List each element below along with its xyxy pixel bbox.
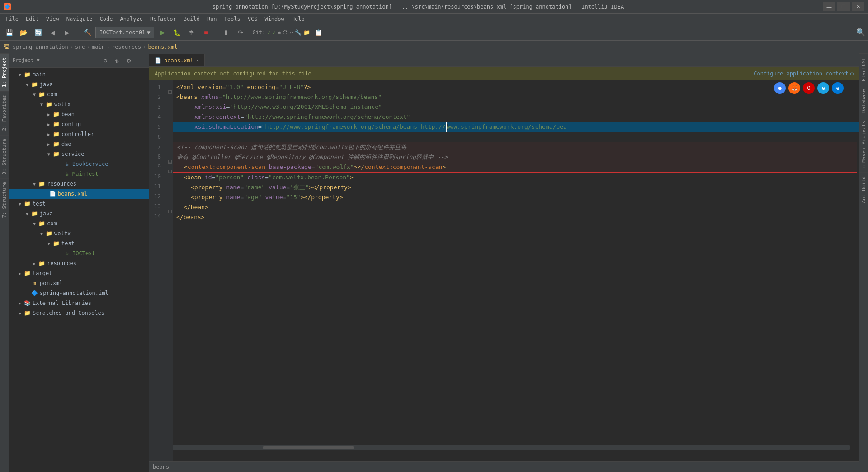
git-undo[interactable]: ↩: [290, 29, 293, 36]
fold-marker-2[interactable]: -: [168, 90, 172, 94]
edge-icon[interactable]: e: [832, 82, 844, 94]
menu-edit[interactable]: Edit: [22, 14, 42, 24]
menu-window[interactable]: Window: [261, 14, 288, 24]
menu-analyze[interactable]: Analyze: [116, 14, 146, 24]
vtab-structure-7[interactable]: 7: Structure: [0, 178, 9, 221]
tree-item-pomxml[interactable]: m pom.xml: [9, 278, 149, 288]
code-line-1[interactable]: <?xml version="1.0" encoding="UTF-8"?>: [173, 82, 859, 92]
vtab-favorites[interactable]: 2: Favorites: [0, 91, 9, 134]
back-button[interactable]: ◀: [46, 26, 59, 39]
menu-run[interactable]: Run: [203, 14, 221, 24]
menu-refactor[interactable]: Refactor: [146, 14, 180, 24]
menu-code[interactable]: Code: [96, 14, 117, 24]
search-icon[interactable]: 🔍: [856, 28, 865, 37]
menu-navigate[interactable]: Navigate: [63, 14, 96, 24]
tree-item-service[interactable]: ▼ 📁 service: [9, 149, 149, 159]
git-settings[interactable]: 🔧: [295, 29, 302, 36]
project-tree[interactable]: ▼ 📁 main ▼ 📁 java ▼ 📁 com ▼: [9, 68, 149, 472]
tree-item-wolfx[interactable]: ▼ 📁 wolfx: [9, 99, 149, 109]
git-clock[interactable]: ⏱: [283, 29, 288, 36]
code-line-12[interactable]: <property name="age" value="15"></proper…: [173, 192, 859, 202]
tree-item-iml[interactable]: 🔷 spring-annotation.iml: [9, 288, 149, 298]
code-line-10[interactable]: <bean id="person" class="com.wolfx.bean.…: [173, 173, 859, 182]
forward-button[interactable]: ▶: [61, 26, 73, 39]
right-panel-maven[interactable]: m Maven Projects: [859, 117, 868, 172]
sidebar-minimize-icon[interactable]: −: [136, 56, 145, 65]
menu-view[interactable]: View: [42, 14, 63, 24]
sidebar-sort-icon[interactable]: ⇅: [113, 56, 122, 65]
configure-link[interactable]: Configure application context ⚙: [754, 70, 854, 77]
code-line-6[interactable]: [173, 132, 859, 142]
code-line-7[interactable]: <!-- component-scan: 这句话的意思是自动扫描com.wolf…: [173, 142, 857, 152]
code-line-8[interactable]: 带有 @Controller @Service @Repository @Com…: [173, 152, 857, 162]
run-config-selector[interactable]: IOCTest.test01 ▼: [95, 27, 154, 38]
tree-item-resources-main[interactable]: ▼ 📁 resources: [9, 179, 149, 189]
tree-item-test-test[interactable]: ▼ 📁 test: [9, 238, 149, 248]
vtab-project[interactable]: 1: Project: [0, 53, 9, 91]
sidebar-scope-icon[interactable]: ⊙: [101, 56, 110, 65]
right-panel-plantuml[interactable]: PlantUML: [859, 53, 868, 85]
tree-item-com[interactable]: ▼ 📁 com: [9, 89, 149, 99]
tree-item-config[interactable]: ▶ 📁 config: [9, 119, 149, 129]
tree-item-ext-libs[interactable]: ▶ 📚 External Libraries: [9, 298, 149, 308]
close-button[interactable]: ✕: [852, 2, 864, 11]
ie-icon[interactable]: e: [817, 82, 829, 94]
git-check-1[interactable]: ✓: [267, 29, 270, 36]
tree-item-target[interactable]: ▶ 📁 target: [9, 268, 149, 278]
coverage-button[interactable]: ☂: [185, 26, 198, 39]
code-line-11[interactable]: <property name="name" value="张三"></prope…: [173, 182, 859, 192]
tab-beansxml[interactable]: 📄 beans.xml ✕: [149, 54, 205, 66]
git-check-2[interactable]: ✓: [273, 29, 276, 36]
tree-item-test-java[interactable]: ▼ 📁 java: [9, 209, 149, 219]
git-folder[interactable]: 📁: [303, 29, 310, 36]
code-line-5[interactable]: xsi:schemaLocation="http://www.springfra…: [173, 122, 859, 132]
sidebar-settings-icon[interactable]: ⚙: [124, 56, 133, 65]
tree-item-java[interactable]: ▼ 📁 java: [9, 79, 149, 89]
tree-item-ioctest[interactable]: ☕ IOCTest: [9, 248, 149, 258]
run-button[interactable]: ▶: [156, 26, 169, 39]
code-line-2[interactable]: <beans xmlns="http://www.springframework…: [173, 92, 859, 102]
debug-button[interactable]: 🐛: [170, 26, 183, 39]
tree-item-controller[interactable]: ▶ 📁 controller: [9, 129, 149, 139]
tree-item-main[interactable]: ▼ 📁 main: [9, 70, 149, 79]
code-lines[interactable]: <?xml version="1.0" encoding="UTF-8"?> <…: [173, 80, 859, 461]
fold-marker-14[interactable]: -: [168, 210, 172, 213]
minimize-button[interactable]: —: [823, 2, 835, 11]
suspend-button[interactable]: ⏸: [220, 26, 232, 39]
hscroll-thumb[interactable]: [263, 446, 354, 449]
breadcrumb-resources[interactable]: resources: [112, 44, 141, 50]
build-button[interactable]: 🔨: [81, 26, 94, 39]
sync-button[interactable]: 🔄: [32, 26, 44, 39]
menu-help[interactable]: Help: [288, 14, 308, 24]
tree-item-test[interactable]: ▼ 📁 test: [9, 199, 149, 209]
tree-item-beansxml[interactable]: 📄 beans.xml: [9, 189, 149, 199]
menu-build[interactable]: Build: [180, 14, 203, 24]
stop-button[interactable]: ■: [199, 26, 212, 39]
menu-file[interactable]: File: [2, 14, 22, 24]
firefox-icon[interactable]: 🦊: [788, 82, 800, 94]
code-line-13[interactable]: </bean>: [173, 202, 859, 212]
menu-tools[interactable]: Tools: [221, 14, 244, 24]
breadcrumb-main[interactable]: main: [92, 44, 105, 50]
breadcrumb-project[interactable]: spring-annotation: [13, 44, 68, 50]
git-branch-icon[interactable]: ⇄: [278, 29, 281, 36]
chrome-icon[interactable]: ●: [774, 82, 786, 94]
code-line-14[interactable]: </beans>: [173, 212, 859, 222]
open-button[interactable]: 📂: [17, 26, 30, 39]
tree-item-bean[interactable]: ▶ 📁 bean: [9, 109, 149, 119]
tree-item-dao[interactable]: ▶ 📁 dao: [9, 139, 149, 149]
tree-item-test-wolfx[interactable]: ▼ 📁 wolfx: [9, 229, 149, 238]
tree-item-test-com[interactable]: ▼ 📁 com: [9, 219, 149, 229]
code-line-3[interactable]: xmlns:xsi="http://www.w3.org/2001/XMLSch…: [173, 102, 859, 112]
tab-close-beansxml[interactable]: ✕: [196, 58, 199, 63]
tree-item-scratches[interactable]: ▶ 📁 Scratches and Consoles: [9, 308, 149, 318]
opera-icon[interactable]: O: [803, 82, 815, 94]
breadcrumb-src[interactable]: src: [75, 44, 85, 50]
tree-item-test-resources[interactable]: ▶ 📁 resources: [9, 258, 149, 268]
right-panel-ant[interactable]: Ant Build: [859, 172, 868, 207]
code-line-4[interactable]: xmlns:context="http://www.springframewor…: [173, 112, 859, 122]
tree-item-bookservice[interactable]: ☕ BookService: [9, 159, 149, 169]
step-over-button[interactable]: ↷: [234, 26, 247, 39]
horizontal-scrollbar[interactable]: [173, 445, 850, 450]
breadcrumb-beansxml[interactable]: beans.xml: [148, 44, 177, 50]
